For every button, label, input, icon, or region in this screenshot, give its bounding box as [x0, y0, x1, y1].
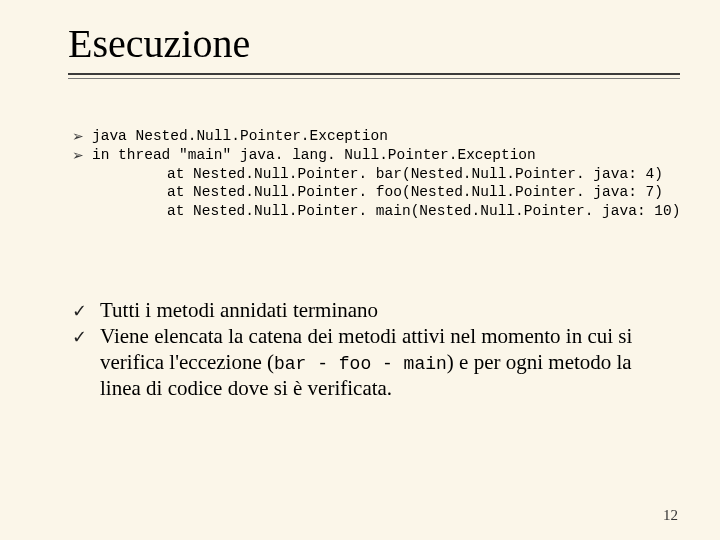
code-text: java Nested.Null.Pointer.Exception [92, 127, 388, 146]
arrow-bullet-icon: ➢ [72, 146, 92, 165]
slide-page: Esecuzione ➢ java Nested.Null.Pointer.Ex… [0, 0, 720, 540]
empty-bullet [72, 165, 92, 166]
code-line: at Nested.Null.Pointer. bar(Nested.Null.… [72, 165, 680, 184]
title-rule-thick [68, 73, 680, 75]
empty-bullet [72, 202, 92, 203]
body-list: ✓ Tutti i metodi annidati terminano ✓ Vi… [72, 298, 680, 401]
check-bullet-icon: ✓ [72, 324, 100, 346]
check-bullet-icon: ✓ [72, 298, 100, 320]
code-line: ➢ java Nested.Null.Pointer.Exception [72, 127, 680, 146]
title-rule-thin [68, 78, 680, 79]
slide-content: Esecuzione ➢ java Nested.Null.Pointer.Ex… [68, 20, 680, 510]
arrow-bullet-icon: ➢ [72, 127, 92, 146]
code-text: at Nested.Null.Pointer. bar(Nested.Null.… [92, 165, 663, 184]
list-item: ✓ Tutti i metodi annidati terminano [72, 298, 680, 324]
body-text: Tutti i metodi annidati terminano [100, 298, 378, 324]
page-number: 12 [663, 507, 678, 524]
list-item: ✓ Viene elencata la catena dei metodi at… [72, 324, 680, 401]
code-text: in thread "main" java. lang. Null.Pointe… [92, 146, 536, 165]
body-text: Viene elencata la catena dei metodi atti… [100, 324, 670, 401]
code-block: ➢ java Nested.Null.Pointer.Exception ➢ i… [72, 127, 680, 220]
code-line: at Nested.Null.Pointer. foo(Nested.Null.… [72, 183, 680, 202]
empty-bullet [72, 183, 92, 184]
code-text: at Nested.Null.Pointer. main(Nested.Null… [92, 202, 680, 221]
code-line: at Nested.Null.Pointer. main(Nested.Null… [72, 202, 680, 221]
page-title: Esecuzione [68, 20, 680, 67]
code-text: at Nested.Null.Pointer. foo(Nested.Null.… [92, 183, 663, 202]
body-text-mono: bar - foo - main [274, 354, 447, 374]
code-line: ➢ in thread "main" java. lang. Null.Poin… [72, 146, 680, 165]
